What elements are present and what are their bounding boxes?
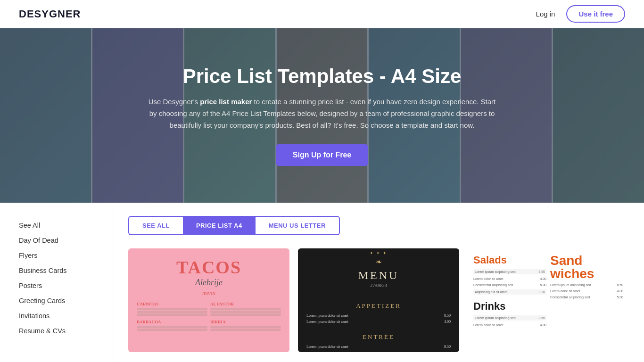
- tacos-col-2: AL PASTOR BIRRIA: [210, 302, 281, 331]
- drinks-row2: Lorem dolor sit amet 4.00: [473, 323, 546, 327]
- tacos-section-birria: BIRRIA: [210, 320, 281, 324]
- logo: DESYGNER: [19, 8, 81, 20]
- menu-dark-ornament: ❧: [376, 257, 382, 266]
- tacos-line: [210, 313, 281, 316]
- hero-description: Use Desygner's price list maker to creat…: [148, 96, 496, 131]
- tacos-title: TACOS: [176, 257, 241, 278]
- sidebar-item-flyers[interactable]: Flyers: [19, 248, 103, 263]
- menu-item-name: Lorem ipsum dolor sit amet: [306, 320, 348, 324]
- tacos-line: [210, 311, 281, 313]
- tacos-col-1: CARNITAS BARBACOA: [137, 302, 207, 331]
- sand-row2: Lorem dolor sit amet 4.00: [550, 289, 623, 293]
- sidebar-item-day-of-dead[interactable]: Day Of Dead: [19, 233, 103, 248]
- hero-content: Price List Templates - A4 Size Use Desyg…: [138, 65, 506, 166]
- login-link[interactable]: Log in: [536, 10, 555, 18]
- navbar: DESYGNER Log in Use it free: [0, 0, 644, 28]
- template-salads[interactable]: Salads Lorem ipsum adipiscing sed 8.50 L…: [468, 248, 629, 352]
- sidebar-item-greeting-cards[interactable]: Greeting Cards: [19, 293, 103, 308]
- salad-price: 5.00: [540, 283, 546, 287]
- menu-dark-entree: ENTRÉE: [363, 333, 395, 341]
- tacos-line: [210, 308, 281, 310]
- menu-dark-title: MENU: [358, 269, 399, 282]
- menu-dark-appetizer: APPETIZER: [356, 302, 401, 310]
- salads-row4: Adipiscing elit sit amet 3.20: [473, 289, 546, 295]
- menu-item-price: 8.50: [444, 345, 451, 349]
- filter-tabs: SEE ALL PRICE LIST A4 MENU US LETTER: [128, 216, 629, 235]
- template-grid: TACOS Alebrije menu CARNITAS BARBACOA AL: [128, 248, 629, 352]
- salad-item: Lorem dolor sit amet: [473, 277, 504, 280]
- sidebar-item-invitations[interactable]: Invitations: [19, 308, 103, 323]
- salad-price: 3.20: [538, 290, 545, 294]
- salad-item: Lorem ipsum adipiscing sed: [475, 270, 516, 273]
- navbar-actions: Log in Use it free: [536, 5, 625, 23]
- tacos-line: [210, 326, 281, 328]
- tacos-menu-items: CARNITAS BARBACOA AL PASTOR BIRRIA: [137, 302, 281, 331]
- sand-row1: Lorem ipsum adipiscing sed 8.50: [550, 283, 623, 287]
- tacos-menu-label: menu: [202, 289, 215, 297]
- tacos-line: [210, 329, 281, 331]
- sidebar-item-posters[interactable]: Posters: [19, 278, 103, 293]
- sidebar-item-see-all[interactable]: See All: [19, 218, 103, 233]
- tacos-line: [137, 329, 207, 331]
- hero-desc-bold: price list maker: [200, 98, 252, 106]
- template-menu-dark[interactable]: ✦ ✦ ✦ ❧ MENU 27/08/23 APPETIZER Lorem ip…: [298, 248, 459, 352]
- salad-price: 4.00: [540, 277, 546, 280]
- sand-item: Consectetur adipiscing sed: [550, 296, 590, 299]
- hero-cta-button[interactable]: Sign Up for Free: [276, 144, 368, 166]
- salads-row1: Lorem ipsum adipiscing sed 8.50: [473, 269, 546, 274]
- sand-item: Lorem ipsum adipiscing sed: [550, 283, 591, 287]
- tab-price-list-a4[interactable]: PRICE LIST A4: [183, 216, 256, 235]
- sidebar-item-resume-cvs[interactable]: Resume & CVs: [19, 323, 103, 338]
- menu-dark-date: 27/08/23: [370, 283, 387, 288]
- menu-item-price: 4.00: [444, 320, 451, 324]
- tacos-section-barbacoa: BARBACOA: [137, 320, 207, 324]
- drink-price: 8.50: [538, 316, 545, 320]
- salads-row2: Lorem dolor sit amet 4.00: [473, 277, 546, 280]
- hero-desc-plain: Use Desygner's: [149, 98, 200, 106]
- salads-col-left: Salads Lorem ipsum adipiscing sed 8.50 L…: [473, 254, 546, 346]
- menu-dark-row2: Lorem ipsum dolor sit amet 4.00: [306, 320, 451, 324]
- tacos-line: [137, 313, 207, 316]
- tacos-section-carnitas: CARNITAS: [137, 302, 207, 306]
- salad-item: Adipiscing elit sit amet: [475, 290, 507, 294]
- salads-col-right: Sandwiches Lorem ipsum adipiscing sed 8.…: [550, 254, 623, 346]
- menu-item-name: Lorem ipsum dolor sit amet: [306, 345, 348, 349]
- tacos-line: [137, 311, 207, 313]
- menu-item-name: Lorem ipsum dolor sit amet: [306, 313, 348, 318]
- menu-dark-row1: Lorem ipsum dolor sit amet 8.50: [306, 313, 451, 318]
- use-it-free-button[interactable]: Use it free: [566, 5, 625, 23]
- sand-price: 5.00: [617, 296, 623, 299]
- drinks-row1: Lorem ipsum adipiscing sed 8.50: [473, 315, 546, 321]
- sand-item: Lorem dolor sit amet: [550, 289, 580, 293]
- hero-title: Price List Templates - A4 Size: [148, 65, 496, 88]
- menu-dark-row3: Lorem ipsum dolor sit amet 8.50: [306, 345, 451, 349]
- main-layout: See All Day Of Dead Flyers Business Card…: [0, 203, 644, 362]
- tacos-section-alpastor: AL PASTOR: [210, 302, 281, 306]
- tab-see-all[interactable]: SEE ALL: [128, 216, 183, 235]
- main-content: SEE ALL PRICE LIST A4 MENU US LETTER TAC…: [113, 203, 644, 362]
- tacos-line: [137, 326, 207, 328]
- hero-section: Price List Templates - A4 Size Use Desyg…: [0, 28, 644, 203]
- sidebar: See All Day Of Dead Flyers Business Card…: [0, 203, 113, 362]
- tacos-subtitle: Alebrije: [195, 278, 223, 288]
- salad-item: Consectetur adipiscing sed: [473, 283, 513, 287]
- sandwiches-title: Sandwiches: [550, 254, 623, 280]
- drink-price: 4.00: [540, 323, 546, 327]
- menu-item-price: 8.50: [444, 313, 451, 318]
- drinks-title: Drinks: [473, 300, 546, 313]
- sand-price: 8.50: [617, 283, 623, 287]
- salads-title: Salads: [473, 254, 546, 266]
- drink-item: Lorem ipsum adipiscing sed: [475, 316, 516, 320]
- salads-row3: Consectetur adipiscing sed 5.00: [473, 283, 546, 287]
- tacos-line: [137, 308, 207, 310]
- sand-row3: Consectetur adipiscing sed 5.00: [550, 296, 623, 299]
- tab-menu-us-letter[interactable]: MENU US LETTER: [256, 216, 340, 235]
- drink-item: Lorem dolor sit amet: [473, 323, 504, 327]
- menu-dark-top: ✦ ✦ ✦: [370, 251, 388, 255]
- salad-price: 8.50: [538, 270, 545, 273]
- sidebar-item-business-cards[interactable]: Business Cards: [19, 263, 103, 278]
- template-tacos[interactable]: TACOS Alebrije menu CARNITAS BARBACOA AL: [128, 248, 289, 352]
- sand-price: 4.00: [617, 289, 623, 293]
